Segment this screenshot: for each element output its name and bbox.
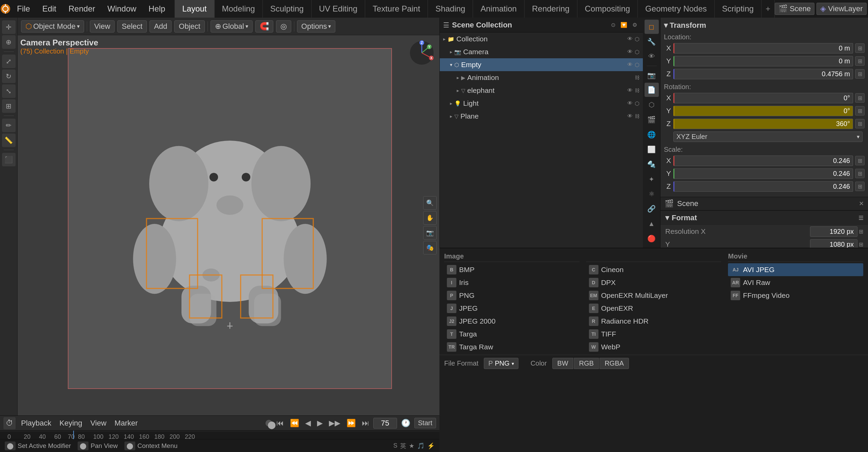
rotate-tool-btn[interactable]: ↻ xyxy=(2,69,16,83)
tab-geometry-nodes[interactable]: Geometry Nodes xyxy=(638,0,714,18)
playback-menu[interactable]: Playback xyxy=(18,417,54,429)
ptab-material[interactable]: 🔴 xyxy=(645,231,659,246)
scale-x-copy[interactable]: ⊞ xyxy=(855,156,865,165)
options-btn[interactable]: Options ▾ xyxy=(297,20,336,33)
filter-icon-1[interactable]: ⊙ xyxy=(608,20,618,30)
scene-selector[interactable]: 🎬 Scene xyxy=(775,3,814,15)
view-menu-tl[interactable]: View xyxy=(88,417,109,429)
rotation-z-input[interactable] xyxy=(673,119,853,129)
tab-layout[interactable]: Layout xyxy=(175,0,214,18)
keying-menu[interactable]: Keying xyxy=(57,417,85,429)
res-y-copy[interactable]: ⊞ xyxy=(859,241,863,248)
ff-avi-jpeg[interactable]: AJ AVI JPEG xyxy=(728,263,863,276)
menu-render[interactable]: Render xyxy=(62,0,101,18)
format-section-header[interactable]: ▾ Format ☰ xyxy=(660,210,868,225)
ptab-scene[interactable]: 🎬 xyxy=(645,112,659,127)
tab-animation[interactable]: Animation xyxy=(473,0,525,18)
bw-btn[interactable]: BW xyxy=(552,358,573,369)
resolution-x-input[interactable] xyxy=(810,226,857,237)
rot-x-copy[interactable]: ⊞ xyxy=(855,93,865,103)
jump-end-btn[interactable]: ⏭ xyxy=(360,418,371,428)
chain-icon-anim[interactable]: ⛓ xyxy=(635,75,639,80)
play-btn[interactable]: ▶ xyxy=(315,418,325,428)
blender-logo[interactable] xyxy=(0,0,11,18)
annotate-btn[interactable]: ✏ xyxy=(2,119,16,132)
filter-icon-3[interactable]: ⚙ xyxy=(630,20,639,30)
outliner-item-collection[interactable]: ▸ 📁 Collection 👁 ⬡ xyxy=(440,33,643,45)
global-selector[interactable]: ⊕ Global ▾ xyxy=(211,20,253,33)
zoom-btn[interactable]: 🔍 xyxy=(423,196,437,210)
timeline-editor-icon[interactable]: ⏱ xyxy=(3,417,16,429)
rotation-y-input[interactable] xyxy=(673,106,853,116)
eye-icon-elephant[interactable]: 👁 xyxy=(627,87,633,94)
scale-z-input[interactable] xyxy=(673,181,853,192)
rgb-btn[interactable]: RGB xyxy=(574,358,599,369)
ff-jpeg[interactable]: J JPEG xyxy=(444,302,579,315)
eye-icon-light[interactable]: 👁 xyxy=(627,100,633,106)
marker-menu[interactable]: Marker xyxy=(112,417,140,429)
render-icon-empty[interactable]: ⬡ xyxy=(635,62,639,68)
ptab-object[interactable]: ⬜ xyxy=(645,142,659,157)
ff-bmp[interactable]: B BMP xyxy=(444,263,579,276)
ff-png[interactable]: P PNG xyxy=(444,289,579,302)
tab-modeling[interactable]: Modeling xyxy=(215,0,263,18)
outliner-item-light[interactable]: ▸ 💡 Light 👁 ⬡ xyxy=(440,97,643,110)
chain-icon-plane[interactable]: ⛓ xyxy=(635,114,639,119)
ff-dpx[interactable]: D DPX xyxy=(586,276,722,289)
ptab-modifier[interactable]: 🔩 xyxy=(645,157,659,171)
euler-mode-select[interactable]: XYZ Euler ▾ xyxy=(673,131,863,142)
ptab-world[interactable]: 🌐 xyxy=(645,127,659,142)
add-cube-btn[interactable]: ⬛ xyxy=(2,153,16,166)
scale-tool-btn[interactable]: ⤡ xyxy=(2,84,16,98)
location-z-input[interactable] xyxy=(673,69,853,79)
scale-z-copy[interactable]: ⊞ xyxy=(855,182,865,191)
location-y-input[interactable] xyxy=(673,56,853,66)
render-icon-light[interactable]: ⬡ xyxy=(635,100,639,107)
tab-uv-editing[interactable]: UV Editing xyxy=(312,0,365,18)
props-tab-item[interactable]: ◻ xyxy=(645,20,659,34)
ptab-view-layer[interactable]: ⬡ xyxy=(645,98,659,112)
add-menu[interactable]: Add xyxy=(150,20,172,33)
tab-sculpting[interactable]: Sculpting xyxy=(263,0,312,18)
rgba-btn[interactable]: RGBA xyxy=(599,358,629,369)
ff-ffmpeg[interactable]: FF FFmpeg Video xyxy=(728,289,863,302)
resolution-y-input[interactable] xyxy=(810,239,857,248)
ff-cineon[interactable]: C Cineon xyxy=(586,263,722,276)
loc-z-copy[interactable]: ⊞ xyxy=(855,69,865,79)
hand-btn[interactable]: ✋ xyxy=(423,211,437,225)
transform-header[interactable]: ▾ Transform xyxy=(664,21,865,30)
loc-y-copy[interactable]: ⊞ xyxy=(855,56,865,66)
start-btn[interactable]: Start xyxy=(414,418,436,428)
menu-file[interactable]: File xyxy=(11,0,36,18)
outliner-item-elephant[interactable]: ▸ ▽ elephant 👁 ⛓ xyxy=(440,84,643,97)
outliner-item-camera[interactable]: ▸ 📷 Camera 👁 ⬡ xyxy=(440,45,643,58)
ptab-data[interactable]: ▲ xyxy=(645,217,659,231)
transform-tool-btn[interactable]: ⊞ xyxy=(2,99,16,113)
outliner-item-plane[interactable]: ▸ ▽ Plane 👁 ⛓ xyxy=(440,110,643,123)
menu-edit[interactable]: Edit xyxy=(36,0,62,18)
eye-icon-plane[interactable]: 👁 xyxy=(627,113,633,119)
proportional-btn[interactable]: ◎ xyxy=(276,20,291,33)
ptab-render[interactable]: 📷 xyxy=(645,68,659,82)
ff-avi-raw[interactable]: AR AVI Raw xyxy=(728,276,863,289)
loc-x-copy[interactable]: ⊞ xyxy=(855,43,865,53)
ff-targa-raw[interactable]: TR Targa Raw xyxy=(444,341,579,353)
ff-jpeg2000[interactable]: J2 JPEG 2000 xyxy=(444,315,579,328)
object-menu[interactable]: Object xyxy=(174,20,205,33)
next-frame-btn[interactable]: ▶▶ xyxy=(327,418,342,428)
render-btn[interactable]: 🎭 xyxy=(423,241,437,254)
menu-window[interactable]: Window xyxy=(101,0,142,18)
eye-icon-camera[interactable]: 👁 xyxy=(627,49,633,55)
scale-y-input[interactable] xyxy=(673,168,853,179)
tab-compositing[interactable]: Compositing xyxy=(577,0,638,18)
render-icon-camera[interactable]: ⬡ xyxy=(635,49,639,55)
measure-btn[interactable]: 📏 xyxy=(2,133,16,147)
eye-icon-collection[interactable]: 👁 xyxy=(627,36,633,42)
ff-openexr-multi[interactable]: EM OpenEXR MultiLayer xyxy=(586,289,722,302)
outliner-item-animation[interactable]: ▸ ▶ Animation ⛓ xyxy=(440,71,643,84)
object-mode-selector[interactable]: ⬡ Object Mode ▾ xyxy=(21,20,84,33)
ff-openexr[interactable]: E OpenEXR xyxy=(586,302,722,315)
prev-keyframe-btn[interactable]: ⏪ xyxy=(288,418,301,428)
select-menu[interactable]: Select xyxy=(117,20,147,33)
view-menu[interactable]: View xyxy=(90,20,115,33)
